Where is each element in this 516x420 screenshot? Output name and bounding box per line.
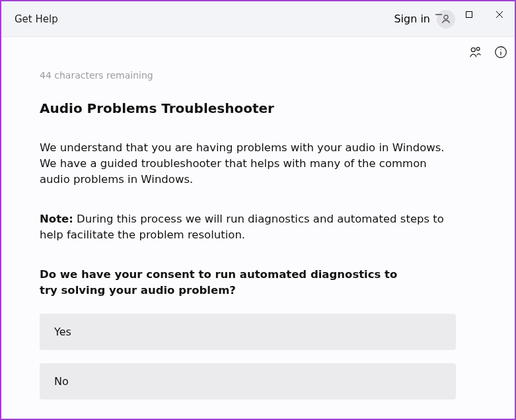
intro-paragraph: We understand that you are having proble… bbox=[40, 140, 449, 188]
info-icon[interactable] bbox=[494, 45, 508, 59]
note-paragraph: Note: During this process we will run di… bbox=[40, 211, 462, 243]
svg-point-5 bbox=[471, 48, 475, 52]
minimize-button[interactable] bbox=[424, 1, 454, 28]
feedback-icon[interactable] bbox=[468, 45, 483, 59]
no-button[interactable]: No bbox=[40, 363, 456, 400]
yes-button[interactable]: Yes bbox=[40, 314, 456, 350]
window-frame: Get Help Sign in bbox=[0, 0, 516, 420]
section-title: Audio Problems Troubleshooter bbox=[40, 100, 483, 116]
titlebar: Get Help Sign in bbox=[1, 1, 515, 37]
maximize-button[interactable] bbox=[454, 1, 484, 28]
svg-point-9 bbox=[500, 49, 501, 50]
header-action-icons bbox=[468, 45, 508, 59]
svg-point-6 bbox=[476, 48, 480, 51]
app-title: Get Help bbox=[15, 13, 58, 25]
consent-question: Do we have your consent to run automated… bbox=[40, 267, 410, 298]
content-area: 44 characters remaining Audio Problems T… bbox=[1, 37, 515, 419]
character-counter: 44 characters remaining bbox=[40, 70, 483, 81]
note-body: During this process we will run diagnost… bbox=[40, 213, 444, 241]
svg-rect-2 bbox=[466, 12, 472, 18]
main-content: 44 characters remaining Audio Problems T… bbox=[1, 37, 515, 419]
note-label: Note: bbox=[40, 213, 73, 225]
close-button[interactable] bbox=[484, 1, 515, 28]
